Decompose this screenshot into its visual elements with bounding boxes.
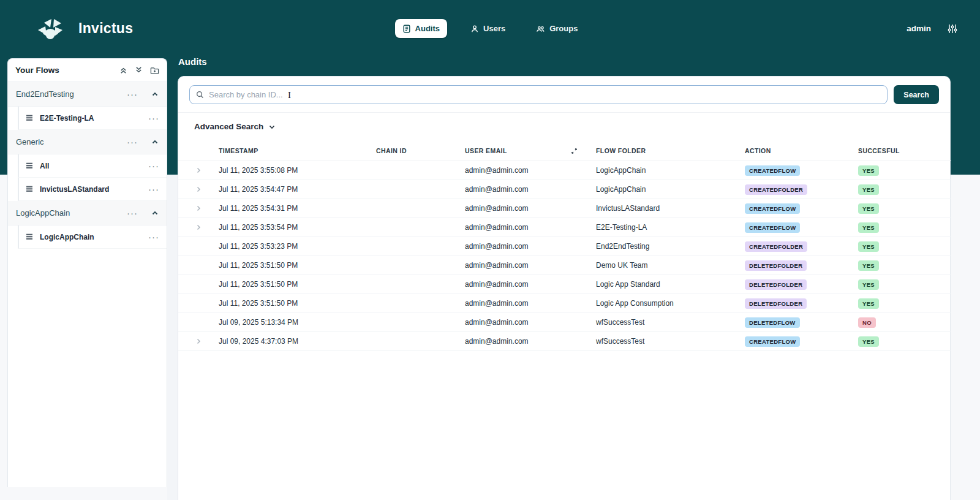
cell-timestamp: Jul 11, 2025 3:54:31 PM xyxy=(219,199,376,218)
audit-row[interactable]: Jul 11, 2025 3:54:47 PM admin@admin.com … xyxy=(178,180,951,199)
user-icon xyxy=(470,25,479,33)
action-badge: CREATEDFLOW xyxy=(745,222,800,233)
sidebar-header: Your Flows xyxy=(8,59,167,82)
flow-item[interactable]: E2E-Testing-LA ··· xyxy=(18,107,167,130)
cell-flow-folder: LogicAppChain xyxy=(596,180,745,199)
cell-chain-id xyxy=(376,161,465,180)
resize-arrows-icon[interactable] xyxy=(571,148,578,154)
col-action: ACTION xyxy=(745,140,858,161)
flow-stack-icon xyxy=(25,233,34,241)
succesful-badge: YES xyxy=(858,203,879,214)
cell-flow-folder: Demo UK Team xyxy=(596,256,745,275)
search-button[interactable]: Search xyxy=(894,85,939,104)
row-expand-icon[interactable] xyxy=(178,167,219,174)
flow-item[interactable]: InvictusLAStandard ··· xyxy=(18,178,167,201)
brand-name: Invictus xyxy=(78,20,133,37)
cell-user-email: admin@admin.com xyxy=(465,218,596,237)
audits-table: TIMESTAMP CHAIN ID USER EMAIL FLOW FOLDE… xyxy=(178,140,951,351)
audit-row[interactable]: Jul 11, 2025 3:53:23 PM admin@admin.com … xyxy=(178,237,951,256)
audit-row[interactable]: Jul 09, 2025 4:37:03 PM admin@admin.com … xyxy=(178,332,951,351)
cell-flow-folder: wfSuccessTest xyxy=(596,332,745,351)
flow-item[interactable]: LogicAppChain ··· xyxy=(18,225,167,249)
cell-timestamp: Jul 11, 2025 3:51:50 PM xyxy=(219,256,376,275)
cell-timestamp: Jul 11, 2025 3:55:08 PM xyxy=(219,161,376,180)
invictus-logo-icon xyxy=(31,13,70,45)
cell-flow-folder: E2E-Testing-LA xyxy=(596,218,745,237)
flow-item-menu-icon[interactable]: ··· xyxy=(148,163,159,169)
action-badge: DELETEDFOLDER xyxy=(745,279,807,290)
row-expand-icon[interactable] xyxy=(178,205,219,212)
audit-row[interactable]: Jul 11, 2025 3:51:50 PM admin@admin.com … xyxy=(178,294,951,313)
cell-timestamp: Jul 09, 2025 5:13:34 PM xyxy=(219,313,376,332)
groups-icon xyxy=(536,25,545,33)
audit-row[interactable]: Jul 11, 2025 3:51:50 PM admin@admin.com … xyxy=(178,256,951,275)
tab-audits[interactable]: Audits xyxy=(395,19,447,38)
cell-timestamp: Jul 11, 2025 3:51:50 PM xyxy=(219,275,376,294)
succesful-badge: YES xyxy=(858,298,879,309)
cell-user-email: admin@admin.com xyxy=(465,161,596,180)
expand-all-icon[interactable] xyxy=(135,66,143,74)
col-user-email-label: USER EMAIL xyxy=(465,147,507,154)
audits-panel: I Search Advanced Search TIMESTAMP CHAIN… xyxy=(178,76,951,500)
succesful-badge: YES xyxy=(858,260,879,271)
flow-item-menu-icon[interactable]: ··· xyxy=(148,186,159,192)
flow-stack-icon xyxy=(25,114,34,122)
chevron-down-icon xyxy=(268,123,276,131)
advanced-search-toggle[interactable]: Advanced Search xyxy=(178,113,950,140)
col-flow-folder: FLOW FOLDER xyxy=(596,140,745,161)
succesful-badge: NO xyxy=(858,317,876,328)
chevron-up-icon[interactable] xyxy=(151,138,159,146)
flow-folder-section[interactable]: LogicAppChain ··· xyxy=(8,201,167,225)
action-badge: DELETEDFLOW xyxy=(745,317,800,328)
chevron-up-icon[interactable] xyxy=(151,210,159,217)
succesful-badge: YES xyxy=(858,222,879,233)
flow-stack-icon xyxy=(25,185,34,193)
audit-row[interactable]: Jul 11, 2025 3:55:08 PM admin@admin.com … xyxy=(178,161,951,180)
folder-menu-icon[interactable]: ··· xyxy=(127,91,138,97)
succesful-badge: YES xyxy=(858,279,879,290)
action-badge: CREATEDFOLDER xyxy=(745,241,807,252)
folder-menu-icon[interactable]: ··· xyxy=(127,210,138,216)
flow-folder-section[interactable]: End2EndTesting ··· xyxy=(8,82,167,107)
flow-item-label: LogicAppChain xyxy=(40,233,148,241)
tab-audits-label: Audits xyxy=(415,24,440,33)
action-badge: CREATEDFOLDER xyxy=(745,184,807,195)
flow-folder-label: Generic xyxy=(16,137,127,146)
audit-row[interactable]: Jul 09, 2025 5:13:34 PM admin@admin.com … xyxy=(178,313,951,332)
search-input[interactable] xyxy=(209,90,881,99)
collapse-all-icon[interactable] xyxy=(119,66,127,74)
audit-row[interactable]: Jul 11, 2025 3:51:50 PM admin@admin.com … xyxy=(178,275,951,294)
audit-row[interactable]: Jul 11, 2025 3:53:54 PM admin@admin.com … xyxy=(178,218,951,237)
tab-groups[interactable]: Groups xyxy=(529,19,585,38)
cell-chain-id xyxy=(376,237,465,256)
sliders-icon[interactable] xyxy=(947,23,958,34)
flows-sidebar: Your Flows End2EndTesting ··· E2E-Testin… xyxy=(7,58,167,487)
cell-flow-folder: InvictusLAStandard xyxy=(596,199,745,218)
chevron-up-icon[interactable] xyxy=(151,91,159,98)
flow-folder-section[interactable]: Generic ··· xyxy=(8,130,167,154)
cell-user-email: admin@admin.com xyxy=(465,180,596,199)
action-badge: CREATEDFLOW xyxy=(745,336,800,347)
audit-log-icon xyxy=(402,25,411,33)
flow-item-menu-icon[interactable]: ··· xyxy=(148,234,159,240)
cell-timestamp: Jul 11, 2025 3:53:54 PM xyxy=(219,218,376,237)
flow-item-label: E2E-Testing-LA xyxy=(40,114,148,123)
row-expand-icon[interactable] xyxy=(178,338,219,345)
row-expand-icon[interactable] xyxy=(178,186,219,193)
card-gap xyxy=(167,175,178,500)
audit-row[interactable]: Jul 11, 2025 3:54:31 PM admin@admin.com … xyxy=(178,199,951,218)
tab-users[interactable]: Users xyxy=(463,19,513,38)
add-folder-icon[interactable] xyxy=(150,66,159,75)
cell-user-email: admin@admin.com xyxy=(465,256,596,275)
row-expand-icon[interactable] xyxy=(178,224,219,231)
flow-item-label: All xyxy=(40,162,148,170)
succesful-badge: YES xyxy=(858,165,879,176)
page-title: Audits xyxy=(178,56,207,67)
folder-menu-icon[interactable]: ··· xyxy=(127,139,138,145)
cell-flow-folder: End2EndTesting xyxy=(596,237,745,256)
flow-item[interactable]: All ··· xyxy=(18,154,167,178)
cell-flow-folder: wfSuccessTest xyxy=(596,313,745,332)
flow-item-menu-icon[interactable]: ··· xyxy=(148,115,159,121)
cell-chain-id xyxy=(376,218,465,237)
cell-user-email: admin@admin.com xyxy=(465,199,596,218)
